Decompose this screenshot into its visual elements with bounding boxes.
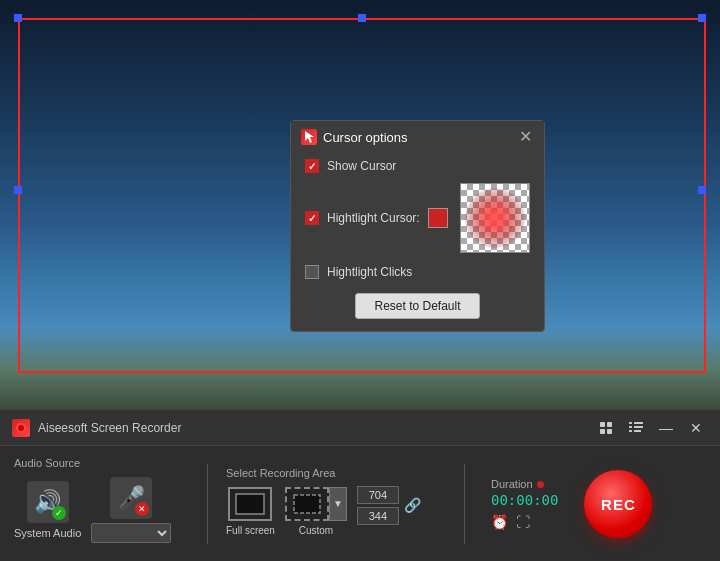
top-right-icons: — ✕ [594, 416, 708, 440]
dimensions-block [357, 486, 399, 525]
rec-button-label: REC [601, 496, 636, 513]
dialog-body: Show Cursor Hightlight Cursor: Hightligh… [291, 151, 544, 287]
svg-rect-11 [634, 426, 643, 428]
handle-mid-right[interactable] [698, 186, 706, 194]
fullscreen-button[interactable]: Full screen [226, 487, 275, 536]
link-dimensions-icon[interactable]: 🔗 [404, 497, 421, 513]
taskbar-top-bar: Aiseesoft Screen Recorder [0, 410, 720, 446]
highlight-clicks-row: Hightlight Clicks [305, 259, 530, 279]
app-logo [12, 419, 30, 437]
handle-top-right[interactable] [698, 14, 706, 22]
dialog-title-left: Cursor options [301, 129, 408, 145]
rec-button[interactable]: REC [584, 470, 652, 538]
svg-rect-14 [294, 495, 320, 513]
minimize-button[interactable]: — [654, 416, 678, 440]
duration-label-text: Duration [491, 478, 533, 490]
duration-label-row: Duration [491, 478, 544, 490]
dialog-title-bar: Cursor options ✕ [291, 121, 544, 151]
cursor-options-dialog: Cursor options ✕ Show Cursor Hightlight … [290, 120, 545, 332]
reset-to-default-button[interactable]: Reset to Default [355, 293, 479, 319]
height-input[interactable] [357, 507, 399, 525]
taskbar: Aiseesoft Screen Recorder [0, 409, 720, 561]
alarm-icon[interactable]: ⏰ [491, 514, 508, 530]
mic-dropdown[interactable] [91, 523, 171, 543]
dialog-close-button[interactable]: ✕ [517, 129, 534, 145]
system-audio-button[interactable]: 🔊 ✓ [27, 481, 69, 523]
svg-rect-4 [607, 422, 612, 427]
share-icon-button[interactable] [594, 416, 618, 440]
highlight-clicks-checkbox[interactable] [305, 265, 319, 279]
show-cursor-label: Show Cursor [327, 159, 396, 173]
svg-rect-9 [629, 430, 632, 432]
audio-section: Audio Source 🔊 ✓ System Audio 🎤 ✕ [14, 457, 189, 551]
svg-point-2 [18, 425, 24, 431]
cursor-preview [460, 183, 530, 253]
custom-label: Custom [299, 525, 333, 536]
fullscreen-icon-box [228, 487, 272, 521]
svg-rect-5 [600, 429, 605, 434]
duration-section: Duration 00:00:00 ⏰ ⛶ [491, 478, 558, 530]
cursor-glow [465, 188, 525, 248]
custom-area-icon-box[interactable] [285, 487, 329, 521]
app-title: Aiseesoft Screen Recorder [38, 421, 594, 435]
custom-dropdown-arrow[interactable]: ▼ [329, 487, 347, 521]
area-icons: Full screen ▼ Custom [226, 487, 421, 536]
highlight-color-swatch[interactable] [428, 208, 448, 228]
show-cursor-row: Show Cursor [305, 159, 530, 173]
show-cursor-checkbox[interactable] [305, 159, 319, 173]
mic-x-badge: ✕ [135, 502, 149, 516]
svg-rect-3 [600, 422, 605, 427]
system-audio-check-badge: ✓ [52, 506, 66, 520]
section-divider-2 [464, 464, 465, 544]
width-input[interactable] [357, 486, 399, 504]
svg-rect-8 [629, 426, 632, 428]
chat-icon-button[interactable] [624, 416, 648, 440]
cursor-icon[interactable]: ⛶ [516, 514, 530, 530]
highlight-clicks-label: Hightlight Clicks [327, 265, 412, 279]
handle-mid-left[interactable] [14, 186, 22, 194]
taskbar-main: Audio Source 🔊 ✓ System Audio 🎤 ✕ [0, 446, 720, 561]
system-audio-label: System Audio [14, 527, 81, 539]
audio-icons: 🔊 ✓ System Audio 🎤 ✕ [14, 477, 171, 543]
close-window-button[interactable]: ✕ [684, 416, 708, 440]
duration-dot [537, 481, 544, 488]
highlight-cursor-row: Hightlight Cursor: [305, 183, 530, 253]
fullscreen-label: Full screen [226, 525, 275, 536]
duration-time: 00:00:00 [491, 492, 558, 508]
svg-rect-10 [634, 422, 643, 424]
audio-section-label: Audio Source [14, 457, 80, 469]
handle-top-left[interactable] [14, 14, 22, 22]
bottom-icons: ⏰ ⛶ [491, 514, 530, 530]
svg-marker-0 [305, 131, 314, 143]
microphone-button[interactable]: 🎤 ✕ [110, 477, 152, 519]
section-divider-1 [207, 464, 208, 544]
dialog-icon [301, 129, 317, 145]
dialog-title-text: Cursor options [323, 130, 408, 145]
svg-rect-6 [607, 429, 612, 434]
handle-top-center[interactable] [358, 14, 366, 22]
svg-rect-7 [629, 422, 632, 424]
highlight-cursor-label: Hightlight Cursor: [327, 211, 420, 225]
svg-rect-12 [634, 430, 641, 432]
record-section-label: Select Recording Area [226, 467, 335, 479]
highlight-cursor-checkbox[interactable] [305, 211, 319, 225]
mic-dropdown-row [91, 523, 171, 543]
svg-rect-13 [236, 494, 264, 514]
record-section: Select Recording Area Full screen [226, 467, 446, 542]
